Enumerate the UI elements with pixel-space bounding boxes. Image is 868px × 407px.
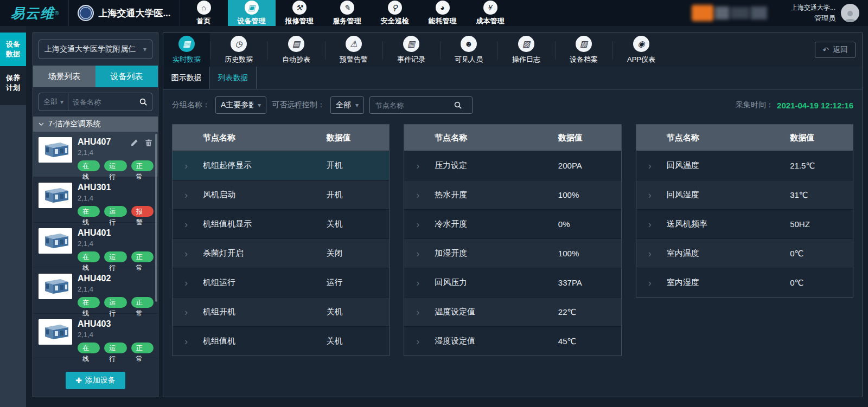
add-device-button[interactable]: ✚ 添加设备 xyxy=(66,372,125,389)
tab-history-data[interactable]: ◷ 历史数据 xyxy=(210,33,267,67)
chevron-down-icon: ▾ xyxy=(60,98,63,106)
table-row[interactable]: › 送风机频率 50HZ xyxy=(636,209,853,238)
nav-item-safety-patrol[interactable]: ⚲ 安全巡检 xyxy=(371,0,419,26)
event-record-icon: ▥ xyxy=(403,36,419,52)
table-row[interactable]: › 回风湿度 31℃ xyxy=(636,180,853,209)
back-button[interactable]: ↶ 返回 xyxy=(815,42,856,58)
user-info: 上海交通大学... 管理员 xyxy=(783,3,868,23)
tab-realtime-data[interactable]: ▦ 实时数据 xyxy=(163,33,210,67)
chevron-right-icon: › xyxy=(404,161,435,171)
nav-item-repair-management[interactable]: ⚒ 报修管理 xyxy=(276,0,323,26)
device-type-select[interactable]: 全部 ▾ xyxy=(39,93,68,111)
nav-item-device-management[interactable]: ▣ 设备管理 xyxy=(228,0,276,26)
chevron-down-icon xyxy=(39,122,44,126)
chevron-right-icon: › xyxy=(404,190,435,200)
org-name: 上海交通大学医... xyxy=(98,7,170,20)
data-table-2: 节点名称 数据值 › 压力设定 200PA › 热水开度 100% › 冷水开度… xyxy=(404,124,621,356)
tab-operation-log[interactable]: ▧ 操作日志 xyxy=(497,33,555,67)
edit-icon[interactable] xyxy=(130,139,138,147)
table-row[interactable]: › 室内温度 0℃ xyxy=(636,238,853,268)
table-row[interactable]: › 室内湿度 0℃ xyxy=(636,268,853,297)
table-row[interactable]: › 机组运行 运行 xyxy=(173,268,389,297)
user-role: 管理员 xyxy=(791,14,835,23)
node-search-input[interactable] xyxy=(375,101,454,109)
nav-item-cost-management[interactable]: ¥ 成本管理 xyxy=(467,0,514,26)
table-row[interactable]: › 机组值机 关机 xyxy=(173,326,389,356)
table-row[interactable]: › 压力设定 200PA xyxy=(404,151,621,180)
main-panel: ▦ 实时数据 ◷ 历史数据 ▤ 自动抄表 ⚠ 预警告警 ▥ 事件记录 ☻ 可见人… xyxy=(163,33,863,397)
tab-device-list[interactable]: 设备列表 xyxy=(95,66,158,87)
scrollbar[interactable] xyxy=(155,134,157,302)
hospital-select[interactable]: 上海交通大学医学院附属仁 ▾ xyxy=(39,40,152,59)
org-header: 上海交通大学医... xyxy=(69,0,179,26)
avatar[interactable] xyxy=(841,4,859,22)
delete-icon[interactable] xyxy=(145,139,152,147)
home-icon: ⌂ xyxy=(197,1,211,15)
tab-visible-people[interactable]: ☻ 可见人员 xyxy=(440,33,497,67)
nav-item-service-management[interactable]: ✎ 服务管理 xyxy=(323,0,371,26)
tab-auto-meter-reading[interactable]: ▤ 自动抄表 xyxy=(267,33,325,67)
table-row[interactable]: › 热水开度 100% xyxy=(404,180,621,209)
person-icon xyxy=(843,9,857,22)
device-card-ahu407[interactable]: AHU407 2,1,4 在线 运行 正常 xyxy=(33,132,158,177)
table-header: 节点名称 数据值 xyxy=(173,125,389,151)
device-panel-tabs: 场景列表 设备列表 xyxy=(33,66,158,87)
status-badge-normal: 正常 xyxy=(131,251,154,262)
people-icon: ☻ xyxy=(461,36,477,52)
chevron-right-icon: › xyxy=(636,219,667,229)
table-row[interactable]: › 温度设定值 22℃ xyxy=(404,297,621,326)
device-card-ahu401[interactable]: AHU401 2,1,4 在线 运行 正常 xyxy=(33,223,158,268)
meter-icon: ▤ xyxy=(288,36,304,52)
nav-item-energy-management[interactable]: ◕ 能耗管理 xyxy=(419,0,467,26)
table-row[interactable]: › 机组起停显示 开机 xyxy=(173,151,389,180)
table-row[interactable]: › 加湿开度 100% xyxy=(404,238,621,268)
registered-mark: ® xyxy=(55,10,59,16)
remote-control-select[interactable]: 全部 ▾ xyxy=(330,96,364,114)
pencil-icon: ✎ xyxy=(340,1,354,15)
table-row[interactable]: › 风机启动 开机 xyxy=(173,180,389,209)
sidebar-item-maintenance-plan[interactable]: 保养计划 xyxy=(0,66,26,100)
collect-time: 采集时间： 2021-04-19 12:12:16 xyxy=(736,100,853,110)
node-search-box xyxy=(369,96,473,114)
device-card-ahu403[interactable]: AHU403 2,1,4 在线 运行 正常 xyxy=(33,314,158,359)
device-search-input[interactable] xyxy=(68,98,139,106)
tab-app-dashboard[interactable]: ◉ APP仪表 xyxy=(612,33,670,67)
user-org: 上海交通大学... xyxy=(791,3,835,12)
sidebar-item-device-data[interactable]: 设备数据 xyxy=(0,33,26,66)
table-row[interactable]: › 机组开机 关机 xyxy=(173,297,389,326)
table-row[interactable]: › 回风压力 337PA xyxy=(404,268,621,297)
log-icon: ▧ xyxy=(518,36,534,52)
device-search-bar: 全部 ▾ xyxy=(39,93,152,111)
topbar: 易云维 ® 上海交通大学医... ⌂ 首页 ▣ 设备管理 ⚒ 报修管理 ✎ 服务… xyxy=(0,0,868,26)
tab-warning-alarm[interactable]: ⚠ 预警告警 xyxy=(325,33,382,67)
table-row[interactable]: › 回风温度 21.5℃ xyxy=(636,151,853,180)
group-name-select[interactable]: A主要参数 ▾ xyxy=(215,96,266,114)
chevron-down-icon: ▾ xyxy=(355,101,359,109)
device-card-ahu402[interactable]: AHU402 2,1,4 在线 运行 正常 xyxy=(33,268,158,314)
table-row[interactable]: › 机组值机显示 关机 xyxy=(173,209,389,238)
chevron-right-icon: › xyxy=(173,337,203,346)
tab-event-record[interactable]: ▥ 事件记录 xyxy=(382,33,440,67)
sidebar-filler xyxy=(0,105,26,407)
table-row[interactable]: › 冷水开度 0% xyxy=(404,209,621,238)
table-row[interactable]: › 湿度设定值 45℃ xyxy=(404,326,621,356)
table-header: 节点名称 数据值 xyxy=(404,125,621,151)
search-icon xyxy=(139,98,148,106)
subtab-list-data[interactable]: 列表数据 xyxy=(210,67,257,89)
wrench-icon: ⚒ xyxy=(292,1,307,15)
gauge-icon: ◉ xyxy=(633,36,649,52)
chevron-right-icon: › xyxy=(173,190,203,200)
tab-device-archive[interactable]: ▨ 设备档案 xyxy=(555,33,612,67)
device-group-header[interactable]: 7-洁净空调系统 xyxy=(33,117,158,132)
subtab-diagram-data[interactable]: 图示数据 xyxy=(163,67,210,89)
tab-scene-list[interactable]: 场景列表 xyxy=(33,66,95,87)
table-header: 节点名称 数据值 xyxy=(636,125,853,151)
device-thumbnail xyxy=(39,228,72,254)
chevron-right-icon: › xyxy=(404,337,435,346)
status-badge-online: 在线 xyxy=(78,297,100,308)
status-badge-running: 运行 xyxy=(104,251,126,262)
device-card-ahu301[interactable]: AHU301 2,1,4 在线 运行 报警 xyxy=(33,177,158,223)
status-badge-online: 在线 xyxy=(78,160,100,171)
nav-item-home[interactable]: ⌂ 首页 xyxy=(180,0,228,26)
table-row[interactable]: › 杀菌灯开启 关闭 xyxy=(173,238,389,268)
